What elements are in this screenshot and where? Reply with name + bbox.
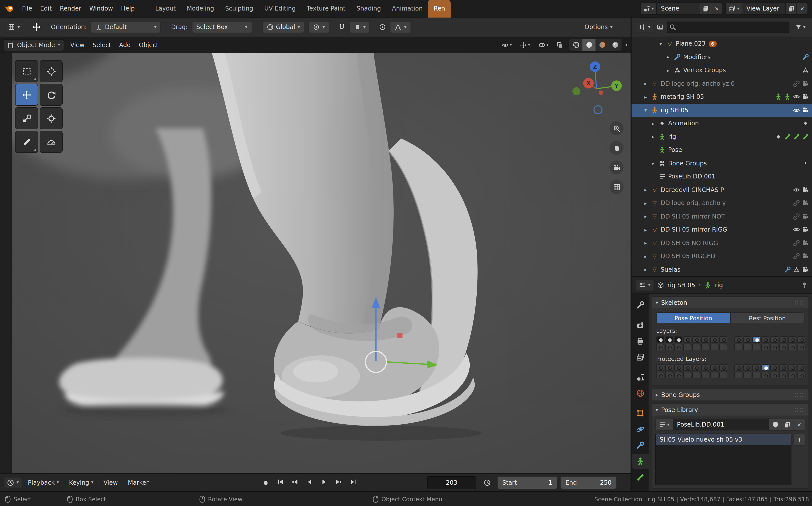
eye-icon[interactable] — [793, 107, 800, 114]
view-menu[interactable]: View — [99, 477, 122, 488]
expander-icon[interactable]: ▸ — [642, 187, 649, 193]
timeline-editor-type-button[interactable]: ▾ — [4, 477, 22, 488]
pose-list-item[interactable]: SH05 Vuelo nuevo sh 05 v3 — [656, 434, 791, 445]
bone-icon[interactable] — [784, 133, 791, 140]
unlink-scene-button[interactable]: × — [711, 3, 722, 14]
drag-dropdown[interactable]: Select Box▾ — [192, 21, 252, 33]
play-reverse-button[interactable] — [304, 479, 314, 487]
layer-cell[interactable] — [752, 372, 760, 378]
layer-cell[interactable] — [692, 336, 700, 343]
remove-view-layer-button[interactable]: × — [797, 3, 808, 14]
layer-cell[interactable] — [734, 364, 742, 371]
shading-rendered-button[interactable] — [609, 39, 622, 51]
breadcrumb-object[interactable]: rig SH 05 — [667, 281, 695, 288]
layer-cell[interactable] — [692, 364, 700, 371]
outliner-row[interactable]: ▸▽DD logo orig. ancho y — [632, 196, 812, 210]
box-select-tool[interactable] — [15, 60, 38, 82]
outliner-editor-type-button[interactable]: ▾ — [636, 21, 653, 32]
falloff-dropdown[interactable]: ▾ — [390, 21, 411, 33]
layer-cell[interactable] — [710, 372, 718, 378]
skeleton-panel-header[interactable]: ▾Skeleton — [652, 297, 809, 308]
eye-icon[interactable] — [793, 226, 800, 233]
expander-icon[interactable]: ▸ — [665, 55, 672, 60]
properties-tab-bone[interactable] — [632, 470, 649, 485]
properties-tab-view-layer[interactable] — [632, 349, 649, 364]
move-tool[interactable] — [15, 84, 38, 106]
dot-icon[interactable]: • — [802, 160, 809, 167]
playback-menu[interactable]: Playback▾ — [24, 477, 63, 488]
outliner-row[interactable]: ▾▽Plane.0236 — [632, 37, 812, 51]
layer-cell[interactable] — [692, 372, 700, 378]
expander-icon[interactable]: ▸ — [642, 81, 649, 86]
layer-cell[interactable] — [665, 344, 673, 350]
menu-window[interactable]: Window — [85, 3, 117, 13]
layer-cell[interactable] — [761, 372, 770, 378]
outliner-row[interactable]: ▸Animation — [632, 117, 812, 130]
camera-view-button[interactable] — [610, 160, 624, 174]
layer-cell[interactable] — [701, 336, 709, 343]
axis-neg-y-ball[interactable] — [572, 87, 580, 95]
shading-solid-button[interactable] — [583, 39, 596, 51]
mode-dropdown[interactable]: Object Mode▾ — [3, 39, 64, 51]
eye-icon[interactable] — [793, 93, 800, 100]
jump-to-end-button[interactable] — [348, 479, 358, 487]
layer-cell[interactable] — [771, 364, 779, 371]
expander-icon[interactable]: ▸ — [665, 68, 672, 73]
pan-button[interactable] — [610, 141, 624, 155]
properties-tab-render[interactable] — [632, 317, 649, 332]
layer-cell[interactable] — [683, 372, 691, 378]
editor-type-selector[interactable]: ▾ — [5, 21, 23, 32]
link-icon[interactable] — [793, 80, 800, 87]
anim-icon[interactable] — [802, 120, 809, 127]
shading-wireframe-button[interactable] — [570, 39, 583, 51]
outliner-row[interactable]: ▸▽DD SH 05 mirror RIGG — [632, 223, 812, 236]
xray-toggle[interactable] — [554, 39, 566, 51]
layer-cell[interactable] — [771, 372, 779, 378]
annotate-tool[interactable] — [15, 131, 38, 153]
shading-dropdown[interactable]: ▾ — [625, 43, 628, 47]
frame-end-field[interactable]: End250 — [560, 476, 617, 489]
layer-cell[interactable] — [665, 336, 673, 343]
properties-tab-scene[interactable] — [632, 369, 649, 385]
menu-help[interactable]: Help — [117, 3, 139, 13]
object-visibility-dropdown[interactable]: ▾ — [499, 39, 515, 51]
layer-cell[interactable] — [710, 364, 718, 371]
shading-material-button[interactable] — [596, 39, 609, 51]
layer-cell[interactable] — [798, 364, 806, 371]
bone-groups-panel-header[interactable]: ▸Bone Groups — [652, 389, 809, 401]
layer-cell[interactable] — [761, 364, 770, 371]
pose-library-panel-header[interactable]: ▾Pose Library — [652, 404, 809, 416]
layer-cell[interactable] — [674, 336, 682, 343]
camera-icon[interactable] — [802, 186, 809, 193]
layer-cell[interactable] — [701, 372, 709, 378]
proportional-editing-toggle[interactable] — [379, 23, 386, 30]
transform-tool[interactable] — [39, 107, 63, 129]
expander-icon[interactable]: ▸ — [642, 94, 649, 100]
outliner-row[interactable]: ▸Modifiers — [632, 51, 812, 64]
menu-file[interactable]: File — [18, 3, 36, 13]
layer-cell[interactable] — [789, 364, 797, 371]
layer-cell[interactable] — [743, 364, 751, 371]
poselib-name-field[interactable]: PoseLib.DD.001 — [673, 419, 770, 431]
view-layer-name[interactable]: View Layer — [742, 5, 786, 12]
panel-grip[interactable] — [794, 393, 805, 397]
scene-selector[interactable]: ▾ Scene × — [640, 2, 723, 14]
outliner-row[interactable]: ▾rig SH 05 — [632, 103, 812, 117]
transform-orientation-dropdown[interactable]: Global▾ — [262, 21, 304, 33]
camera-icon[interactable] — [802, 200, 809, 207]
viewport-3d[interactable]: Object Mode▾ ViewSelectAddObject ▾ ▾ ▾ ▾ — [0, 37, 631, 473]
layer-cell[interactable] — [674, 364, 682, 371]
unlink-poselib-button[interactable]: × — [794, 419, 806, 431]
workspace-tab-texture-paint[interactable]: Texture Paint — [301, 0, 351, 17]
expander-icon[interactable]: ▸ — [642, 240, 649, 246]
workspace-tab-animation[interactable]: Animation — [386, 0, 428, 17]
scene-name[interactable]: Scene — [657, 5, 700, 12]
vgroup-icon[interactable] — [793, 266, 800, 273]
new-view-layer-button[interactable] — [786, 3, 797, 14]
outliner-row[interactable]: ▸rig — [632, 130, 812, 143]
pin-icon[interactable] — [801, 281, 808, 288]
play-button[interactable] — [319, 479, 329, 487]
layer-cell[interactable] — [701, 364, 709, 371]
layer-cell[interactable] — [771, 344, 779, 350]
layer-cell[interactable] — [734, 372, 742, 378]
